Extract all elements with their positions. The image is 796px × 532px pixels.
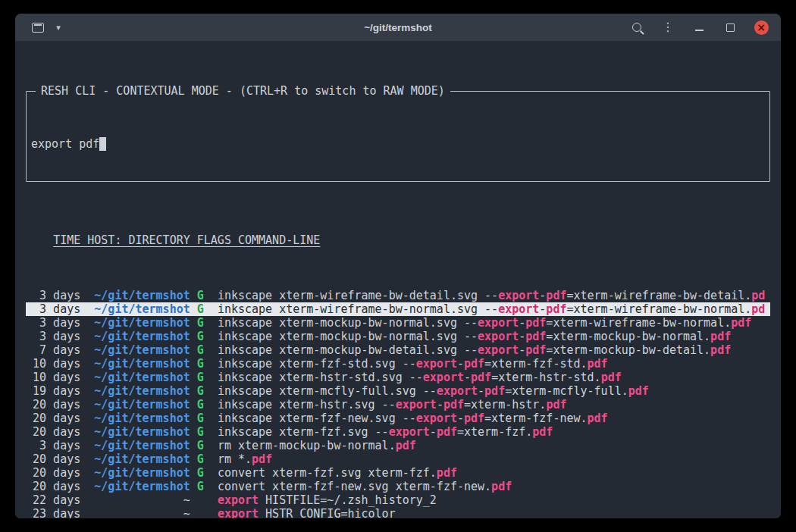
close-icon: × [754, 20, 769, 35]
search-icon [632, 23, 641, 32]
terminal-content: RESH CLI - CONTEXTUAL MODE - (CTRL+R to … [15, 41, 781, 518]
chevron-down-icon: ▾ [56, 23, 61, 32]
new-tab-button[interactable] [30, 19, 45, 36]
search-input[interactable]: export pdf [31, 137, 763, 151]
history-row[interactable]: 7 days ~/git/termshot G inkscape xterm-m… [26, 343, 770, 357]
header-columns: TIME HOST: DIRECTORY FLAGS COMMAND-LINE [53, 233, 320, 247]
history-row[interactable]: 20 days ~/git/termshot G inkscape xterm-… [26, 412, 770, 425]
history-row[interactable]: 19 days ~/git/termshot G inkscape xterm-… [26, 384, 770, 398]
history-row[interactable]: 10 days ~/git/termshot G inkscape xterm-… [26, 357, 770, 371]
titlebar: ▾ ~/git/termshot ⋮ × [15, 14, 781, 41]
history-row[interactable]: 20 days ~/git/termshot G convert xterm-f… [26, 480, 770, 493]
history-row[interactable]: 20 days ~/git/termshot G convert xterm-f… [26, 466, 770, 480]
history-row[interactable]: 10 days ~/git/termshot G inkscape xterm-… [26, 371, 770, 384]
resh-search-box: RESH CLI - CONTEXTUAL MODE - (CTRL+R to … [26, 91, 770, 182]
history-row[interactable]: 3 days ~/git/termshot G inkscape xterm-m… [26, 316, 770, 330]
history-rows: 3 days ~/git/termshot G inkscape xterm-w… [26, 289, 770, 518]
search-query-text: export pdf [31, 137, 99, 151]
history-row[interactable]: 20 days ~/git/termshot G inkscape xterm-… [26, 425, 770, 439]
history-row[interactable]: 20 days ~/git/termshot G inkscape xterm-… [26, 398, 770, 412]
tab-dropdown-button[interactable]: ▾ [51, 19, 66, 36]
history-row[interactable]: 22 days ~ export HISTFILE=~/.zsh_history… [26, 493, 770, 507]
search-button[interactable] [629, 19, 644, 36]
search-box-title: RESH CLI - CONTEXTUAL MODE - (CTRL+R to … [36, 84, 450, 98]
menu-button[interactable]: ⋮ [660, 19, 675, 36]
restore-button[interactable] [722, 19, 738, 36]
history-row[interactable]: 3 days ~/git/termshot G inkscape xterm-w… [26, 289, 770, 302]
history-row[interactable]: 23 days ~ export HSTR_CONFIG=hicolor [26, 507, 770, 518]
history-header: TIME HOST: DIRECTORY FLAGS COMMAND-LINE [26, 233, 770, 247]
history-row[interactable]: 3 days ~/git/termshot G inkscape xterm-w… [26, 302, 770, 316]
kebab-menu-icon: ⋮ [662, 21, 674, 33]
terminal-cursor [99, 137, 106, 151]
history-row[interactable]: 20 days ~/git/termshot G rm *.pdf [26, 452, 770, 466]
history-row[interactable]: 3 days ~/git/termshot G rm xterm-mockup-… [26, 439, 770, 452]
minimize-icon [695, 30, 704, 31]
minimize-button[interactable] [691, 19, 707, 36]
close-button[interactable]: × [754, 19, 769, 36]
terminal-window: ▾ ~/git/termshot ⋮ × RESH CLI - CONTEXTU… [15, 14, 781, 518]
header-indent [26, 233, 53, 247]
history-row[interactable]: 3 days ~/git/termshot G inkscape xterm-m… [26, 330, 770, 343]
restore-icon [726, 23, 735, 32]
new-tab-icon [32, 23, 44, 33]
